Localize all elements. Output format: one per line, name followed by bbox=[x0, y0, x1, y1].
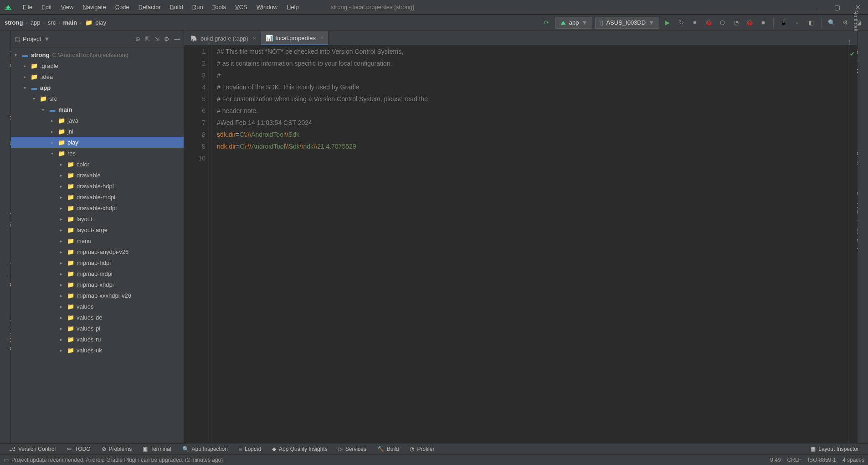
tree-arrow-icon[interactable]: ▸ bbox=[60, 282, 67, 287]
bottom-tab-problems[interactable]: ⊘Problems bbox=[96, 446, 138, 452]
tree-item-play[interactable]: ▸📁play bbox=[11, 137, 184, 148]
file-encoding[interactable]: ISO-8859-1 bbox=[808, 457, 836, 463]
bottom-tab-todo[interactable]: ≔TODO bbox=[61, 446, 96, 452]
menu-view[interactable]: View bbox=[56, 0, 78, 15]
sdk-manager-icon[interactable]: ▫ bbox=[792, 17, 803, 28]
locate-icon[interactable]: ⊕ bbox=[135, 36, 140, 42]
run-button[interactable]: ▶ bbox=[662, 17, 673, 28]
tree-item-strong[interactable]: ▾▬strongC:\AndroidTool\project\strong bbox=[11, 49, 184, 60]
tree-item-src[interactable]: ▾📁src bbox=[11, 93, 184, 104]
code-line[interactable]: sdk.dir=C\:\\AndroidTool\\Sdk bbox=[217, 129, 848, 140]
resource-manager-icon[interactable]: ◧ bbox=[806, 17, 817, 28]
tree-item-drawable[interactable]: ▸📁drawable bbox=[11, 170, 184, 181]
tree-item-values-uk[interactable]: ▸📁values-uk bbox=[11, 345, 184, 356]
tree-item-app[interactable]: ▾▬app bbox=[11, 82, 184, 93]
tree-arrow-icon[interactable]: ▸ bbox=[60, 348, 67, 353]
inspection-ok-icon[interactable]: ✔ bbox=[850, 48, 855, 60]
tree-item-color[interactable]: ▸📁color bbox=[11, 159, 184, 170]
breadcrumb-strong[interactable]: strong bbox=[4, 19, 24, 26]
editor-tab-build-gradle---app-[interactable]: 🐘build.gradle (:app)× bbox=[186, 31, 261, 45]
tree-item-drawable-mdpi[interactable]: ▸📁drawable-mdpi bbox=[11, 191, 184, 202]
indent-setting[interactable]: 4 spaces bbox=[842, 457, 864, 463]
editor-tab-local-properties[interactable]: 📊local.properties× bbox=[261, 31, 329, 45]
breadcrumb-play[interactable]: play bbox=[94, 19, 107, 26]
tree-arrow-icon[interactable]: ▾ bbox=[42, 107, 48, 112]
project-view-selector[interactable]: ▤ Project ▼ bbox=[15, 36, 50, 42]
tree-arrow-icon[interactable]: ▸ bbox=[60, 184, 67, 189]
tree-arrow-icon[interactable]: ▸ bbox=[60, 195, 67, 200]
menu-code[interactable]: Code bbox=[111, 0, 134, 15]
stop-process-button[interactable]: ■ bbox=[758, 17, 769, 28]
editor-content[interactable]: ## This file must *NOT* be checked into … bbox=[211, 46, 848, 443]
menu-run[interactable]: Run bbox=[188, 0, 208, 15]
hide-panel-icon[interactable]: — bbox=[174, 36, 180, 42]
tree-arrow-icon[interactable]: ▸ bbox=[60, 326, 67, 331]
close-tab-icon[interactable]: × bbox=[320, 35, 324, 41]
tree-arrow-icon[interactable]: ▸ bbox=[24, 63, 30, 68]
tree-arrow-icon[interactable]: ▸ bbox=[24, 74, 30, 79]
code-line[interactable]: ## This file must *NOT* be checked into … bbox=[217, 46, 848, 57]
tree-item--gradle[interactable]: ▸📁.gradle bbox=[11, 60, 184, 71]
cursor-position[interactable]: 9:49 bbox=[770, 457, 781, 463]
tree-arrow-icon[interactable]: ▸ bbox=[60, 304, 67, 309]
tree-item-main[interactable]: ▾▬main bbox=[11, 104, 184, 115]
tree-arrow-icon[interactable]: ▸ bbox=[60, 162, 67, 167]
tree-arrow-icon[interactable]: ▸ bbox=[60, 217, 67, 222]
tree-item-layout-large[interactable]: ▸📁layout-large bbox=[11, 224, 184, 235]
device-selector-combo[interactable]: ▯ ASUS_I003DD ▼ bbox=[595, 17, 659, 29]
collapse-all-icon[interactable]: ⇲ bbox=[154, 36, 159, 42]
tree-arrow-icon[interactable]: ▸ bbox=[51, 118, 57, 123]
tree-arrow-icon[interactable]: ▸ bbox=[60, 173, 67, 178]
code-line[interactable] bbox=[217, 152, 848, 164]
bottom-tab-layout-inspector[interactable]: ▦ Layout Inspector bbox=[805, 446, 864, 452]
menu-tools[interactable]: Tools bbox=[208, 0, 231, 15]
tree-item-layout[interactable]: ▸📁layout bbox=[11, 213, 184, 224]
code-line[interactable]: # as it contains information specific to… bbox=[217, 57, 848, 69]
tree-arrow-icon[interactable]: ▸ bbox=[60, 206, 67, 211]
tree-arrow-icon[interactable]: ▸ bbox=[60, 337, 67, 342]
tree-item-jni[interactable]: ▸📁jni bbox=[11, 126, 184, 137]
code-line[interactable]: # header note. bbox=[217, 105, 848, 117]
tree-arrow-icon[interactable]: ▾ bbox=[51, 151, 57, 156]
menu-edit[interactable]: Edit bbox=[37, 0, 56, 15]
menu-refactor[interactable]: Refactor bbox=[134, 0, 165, 15]
tree-item-values-de[interactable]: ▸📁values-de bbox=[11, 312, 184, 323]
line-separator[interactable]: CRLF bbox=[787, 457, 801, 463]
status-message[interactable]: ▭ Project update recommended: Android Gr… bbox=[4, 457, 223, 463]
tab-options-icon[interactable]: ⋮ bbox=[842, 38, 857, 45]
tree-arrow-icon[interactable]: ▾ bbox=[33, 96, 39, 101]
menu-navigate[interactable]: Navigate bbox=[78, 0, 110, 15]
tree-item-mipmap-xxxhdpi-v26[interactable]: ▸📁mipmap-xxxhdpi-v26 bbox=[11, 290, 184, 301]
bottom-tab-terminal[interactable]: ▣Terminal bbox=[137, 446, 176, 452]
breadcrumb-src[interactable]: src bbox=[47, 19, 56, 26]
menu-vcs[interactable]: VCS bbox=[231, 0, 252, 15]
tree-arrow-icon[interactable]: ▾ bbox=[24, 85, 30, 90]
bottom-tab-version-control[interactable]: ⎇Version Control bbox=[4, 446, 61, 452]
tree-item-res[interactable]: ▾📁res bbox=[11, 148, 184, 159]
tree-item-values-ru[interactable]: ▸📁values-ru bbox=[11, 334, 184, 345]
close-window-button[interactable]: ✕ bbox=[852, 4, 864, 11]
code-line[interactable]: ndk.dir=C\:\\AndroidTool\\Sdk\\ndk\\21.4… bbox=[217, 140, 848, 152]
breadcrumb-app[interactable]: app bbox=[30, 19, 41, 26]
tree-arrow-icon[interactable]: ▸ bbox=[60, 249, 67, 254]
maximize-button[interactable]: ▢ bbox=[831, 4, 843, 11]
tree-item-mipmap-hdpi[interactable]: ▸📁mipmap-hdpi bbox=[11, 257, 184, 268]
code-line[interactable]: #Wed Feb 14 11:03:54 CST 2024 bbox=[217, 117, 848, 129]
menu-build[interactable]: Build bbox=[165, 0, 188, 15]
tree-arrow-icon[interactable]: ▾ bbox=[15, 52, 21, 57]
close-tab-icon[interactable]: × bbox=[253, 35, 256, 41]
tree-item-menu[interactable]: ▸📁menu bbox=[11, 235, 184, 246]
tree-arrow-icon[interactable]: ▸ bbox=[60, 238, 67, 243]
minimize-button[interactable]: — bbox=[810, 4, 822, 11]
bottom-tab-services[interactable]: ▷Services bbox=[333, 446, 372, 452]
tree-item-values[interactable]: ▸📁values bbox=[11, 301, 184, 312]
expand-all-icon[interactable]: ⇱ bbox=[145, 36, 150, 42]
code-editor[interactable]: 12345678910 ## This file must *NOT* be c… bbox=[184, 46, 857, 443]
menu-window[interactable]: Window bbox=[252, 0, 282, 15]
search-everywhere-icon[interactable]: 🔍 bbox=[826, 17, 837, 28]
bottom-tab-logcat[interactable]: ≡Logcat bbox=[233, 446, 267, 452]
tree-arrow-icon[interactable]: ▸ bbox=[60, 315, 67, 320]
tree-item-values-pl[interactable]: ▸📁values-pl bbox=[11, 323, 184, 334]
coverage-button[interactable]: ⬡ bbox=[717, 17, 728, 28]
breadcrumb-main[interactable]: main bbox=[62, 19, 78, 26]
